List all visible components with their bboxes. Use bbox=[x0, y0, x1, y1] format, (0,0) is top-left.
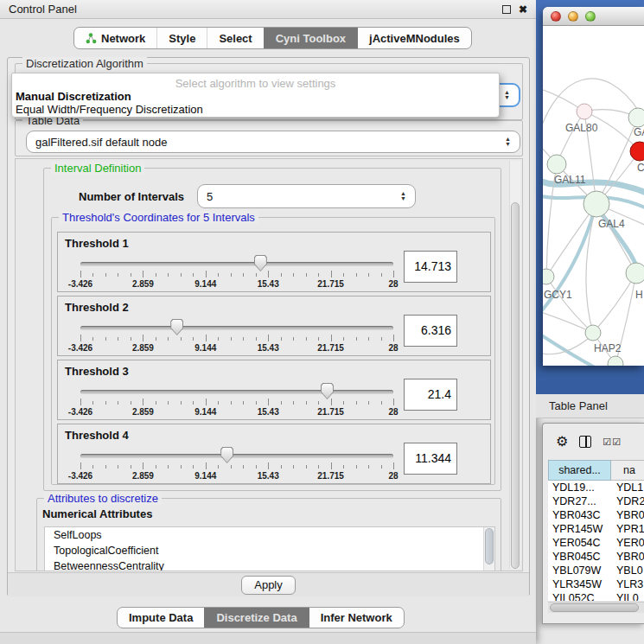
network-icon bbox=[86, 33, 97, 44]
window-bottom-strip bbox=[0, 632, 536, 644]
network-node[interactable] bbox=[608, 356, 623, 366]
network-node-gcy1[interactable] bbox=[543, 269, 554, 284]
apply-button[interactable]: Apply bbox=[241, 576, 296, 595]
tab-cyni-toolbox[interactable]: Cyni Toolbox bbox=[264, 28, 357, 48]
threshold-panel-4: Threshold 4 -3.4262.8599.14415.4321.7152… bbox=[57, 424, 491, 484]
threshold-slider[interactable]: -3.4262.8599.14415.4321.71528 bbox=[80, 317, 393, 355]
table-panel-title: Table Panel bbox=[549, 399, 608, 412]
combo-arrows-icon[interactable]: ▲▼ bbox=[504, 90, 510, 100]
column-header-name[interactable]: na bbox=[611, 460, 644, 481]
float-window-icon[interactable] bbox=[502, 5, 511, 14]
zoom-traffic-light-icon[interactable] bbox=[585, 11, 596, 22]
network-node-hap2[interactable] bbox=[585, 325, 601, 341]
table-panel-titlebar[interactable]: Table Panel bbox=[536, 394, 644, 418]
dropdown-hint: Select algorithm to view settings bbox=[12, 73, 499, 90]
node-label-hap2: HAP2 bbox=[594, 342, 622, 354]
close-traffic-light-icon[interactable] bbox=[551, 11, 561, 22]
network-view-window: GAL80 GA C GAL11 GAL4 GCY1 H HAP2 bbox=[543, 7, 644, 366]
numerical-attributes-list[interactable]: SelfLoopsTopologicalCoefficientBetweenne… bbox=[44, 526, 495, 571]
slider-track[interactable] bbox=[80, 454, 393, 458]
threshold-value-field[interactable]: 14.713 bbox=[404, 251, 457, 283]
cyni-bottom-tabbar: Impute Data Discretize Data Infer Networ… bbox=[117, 607, 405, 628]
network-edge[interactable] bbox=[593, 273, 636, 333]
node-label-clipped: C bbox=[637, 162, 644, 174]
tab-label: Cyni Toolbox bbox=[276, 32, 346, 45]
table-row[interactable]: YBR043CYBR0 bbox=[548, 508, 644, 522]
attribute-list-item[interactable]: TopologicalCoefficient bbox=[45, 543, 494, 558]
scrollbar-thumb[interactable] bbox=[511, 202, 520, 569]
node-label-gcy1: GCY1 bbox=[544, 289, 572, 301]
table-row[interactable]: YPR145WYPR1 bbox=[548, 522, 644, 536]
attributes-scrollbar[interactable] bbox=[483, 527, 494, 571]
control-panel-titlebar[interactable]: Control Panel ✖ bbox=[0, 0, 536, 19]
screen: Control Panel ✖ Network Style Select Cyn… bbox=[0, 0, 644, 644]
table-row[interactable]: YER054CYER0 bbox=[548, 536, 644, 550]
tab-label: jActiveMNodules bbox=[369, 32, 460, 45]
slider-track[interactable] bbox=[80, 262, 393, 266]
group-title: Discretization Algorithm bbox=[22, 57, 147, 70]
table-row[interactable]: YDR27...YDR2 bbox=[548, 494, 644, 508]
table-data-group: Table Data galFiltered.sif default node … bbox=[15, 120, 523, 156]
tab-jactivemnodules[interactable]: jActiveMNodules bbox=[357, 28, 471, 48]
interval-definition-group: Interval Definition Number of Intervals … bbox=[43, 168, 501, 491]
group-title: Attributes to discretize bbox=[44, 492, 162, 505]
node-label-gal11: GAL11 bbox=[554, 174, 586, 186]
dropdown-option-equal-width[interactable]: Equal Width/Frequency Discretization bbox=[12, 103, 499, 116]
number-of-intervals-spinner[interactable]: 5 ▲▼ bbox=[197, 184, 416, 208]
spinner-arrows-icon[interactable]: ▲▼ bbox=[400, 191, 406, 201]
table-horizontal-scrollbar[interactable] bbox=[548, 602, 644, 613]
tab-select[interactable]: Select bbox=[207, 28, 263, 48]
attribute-list-item[interactable]: SelfLoops bbox=[45, 527, 494, 543]
table-row[interactable]: YBL079WYBL0 bbox=[548, 564, 644, 577]
slider-track[interactable] bbox=[80, 326, 393, 330]
control-panel-tabbar: Network Style Select Cyni Toolbox jActiv… bbox=[73, 27, 472, 49]
column-header-shared[interactable]: shared... bbox=[548, 460, 611, 481]
tab-discretize-data[interactable]: Discretize Data bbox=[204, 608, 308, 628]
tab-network[interactable]: Network bbox=[74, 28, 156, 48]
scrollbar-thumb[interactable] bbox=[550, 603, 639, 612]
tab-style[interactable]: Style bbox=[156, 28, 207, 48]
tab-infer-network[interactable]: Infer Network bbox=[309, 608, 404, 628]
table-body[interactable]: YDL19...YDL1YDR27...YDR2YBR043CYBR0YPR14… bbox=[548, 481, 644, 601]
threshold-slider[interactable]: -3.4262.8599.14415.4321.71528 bbox=[80, 253, 393, 291]
control-panel-window: Control Panel ✖ Network Style Select Cyn… bbox=[0, 0, 536, 644]
slider-track[interactable] bbox=[80, 390, 393, 394]
column-layout-icon[interactable] bbox=[579, 436, 591, 448]
network-window-titlebar[interactable] bbox=[543, 7, 644, 26]
number-of-intervals-label: Number of Intervals bbox=[79, 190, 184, 203]
node-label-gal80: GAL80 bbox=[565, 122, 598, 134]
group-title: Threshold's Coordinates for 5 Intervals bbox=[59, 211, 258, 224]
tab-impute-data[interactable]: Impute Data bbox=[118, 608, 204, 628]
close-icon[interactable]: ✖ bbox=[519, 5, 527, 14]
dropdown-option-manual[interactable]: Manual Discretization bbox=[12, 90, 499, 103]
threshold-value-field[interactable]: 6.316 bbox=[404, 315, 457, 347]
minimize-traffic-light-icon[interactable] bbox=[568, 11, 578, 22]
cyni-toolbox-panel: Discretization Algorithm ▲▼ Table Data g… bbox=[7, 57, 530, 596]
node-label-clipped: GA bbox=[634, 126, 644, 138]
threshold-slider[interactable]: -3.4262.8599.14415.4321.71528 bbox=[80, 381, 393, 419]
network-node-gal11[interactable] bbox=[547, 155, 566, 174]
network-node-gal4[interactable] bbox=[583, 191, 609, 217]
network-canvas[interactable]: GAL80 GA C GAL11 GAL4 GCY1 H HAP2 bbox=[543, 26, 644, 366]
attribute-list-item[interactable]: BetweennessCentrality bbox=[45, 558, 494, 571]
table-row[interactable]: YIL052CYIL0 bbox=[548, 591, 644, 601]
table-row[interactable]: YDL19...YDL1 bbox=[548, 481, 644, 494]
table-data-combobox[interactable]: galFiltered.sif default node ▲▼ bbox=[26, 131, 520, 153]
settings-scrollbar[interactable] bbox=[509, 161, 520, 569]
select-columns-checkboxes-icon[interactable]: ☑☑ bbox=[603, 437, 622, 448]
slider-ticks bbox=[80, 334, 393, 341]
threshold-value-field[interactable]: 11.344 bbox=[404, 443, 457, 475]
table-header-row: shared... na bbox=[548, 460, 644, 481]
tab-label: Network bbox=[101, 32, 145, 45]
slider-ticks bbox=[80, 270, 393, 277]
gear-icon[interactable]: ⚙ bbox=[556, 435, 568, 449]
network-node[interactable] bbox=[626, 263, 644, 284]
network-node-selected-red[interactable] bbox=[630, 142, 644, 161]
table-row[interactable]: YLR345WYLR3 bbox=[548, 577, 644, 591]
table-row[interactable]: YBR045CYBR0 bbox=[548, 550, 644, 564]
threshold-value-field[interactable]: 21.4 bbox=[404, 379, 457, 411]
threshold-slider[interactable]: -3.4262.8599.14415.4321.71528 bbox=[80, 445, 393, 483]
network-node-gal80[interactable] bbox=[577, 104, 592, 119]
network-node[interactable] bbox=[628, 108, 644, 127]
combo-arrows-icon[interactable]: ▲▼ bbox=[505, 137, 511, 147]
